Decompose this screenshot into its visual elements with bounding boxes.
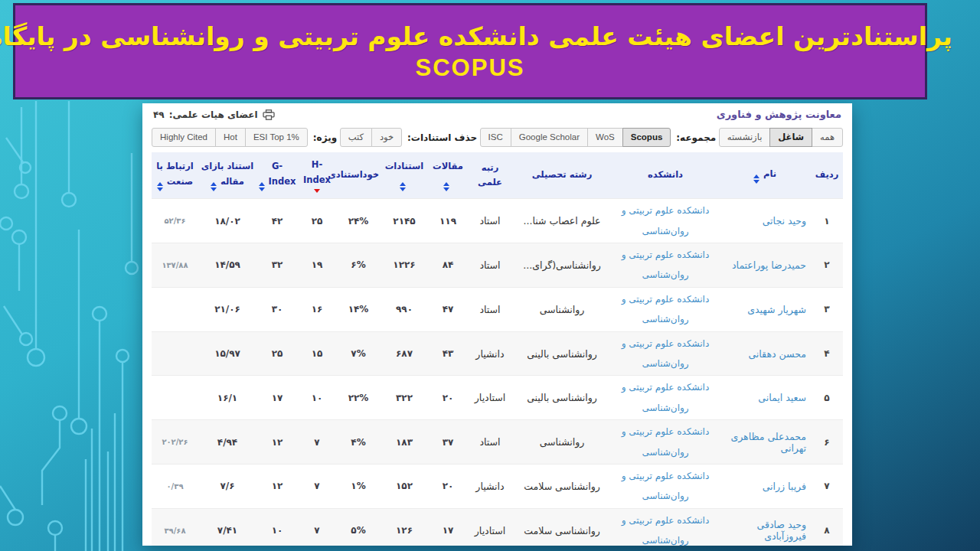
faculty-member-link[interactable]: وحید نجاتی: [763, 215, 806, 227]
cell-papers: ۱۱۹: [428, 199, 468, 243]
cell-field: روانشناسی سلامت: [512, 465, 612, 509]
cell-papers: ۱۷: [428, 508, 468, 546]
cell-citations-per-paper: ۱۸/۰۲: [198, 199, 256, 243]
cell-faculty: دانشکده علوم تربیتی و روان‌شناسی: [612, 287, 719, 331]
col-citations-per-paper[interactable]: استناد بازای مقاله: [198, 152, 256, 199]
cell-h-index: ۷: [298, 508, 336, 546]
cell-industry-relation: [152, 376, 198, 420]
cell-citations-per-paper: ۷/۴۱: [198, 508, 256, 546]
collection-scopus-button[interactable]: Scopus: [622, 128, 671, 147]
filter-bar: همه شاغل بازنشسته مجموعه: Scopus WoS Goo…: [142, 121, 852, 152]
cell-academic-rank: دانشیار: [468, 331, 512, 376]
faculty-member-link[interactable]: فریبا زرانی: [763, 481, 806, 492]
cell-industry-relation: [152, 287, 198, 331]
col-industry-relation[interactable]: ارتباط با صنعت: [152, 152, 198, 199]
faculty-link[interactable]: دانشکده علوم تربیتی و روان‌شناسی: [613, 377, 717, 418]
special-label: ویژه:: [313, 132, 337, 143]
cell-g-index: ۱۷: [256, 376, 298, 420]
cell-name: محسن دهقانی: [719, 331, 811, 376]
cell-h-index: ۷: [298, 420, 336, 465]
exclusion-label: حذف استنادات:: [407, 132, 477, 143]
cell-field: روانشناسی سلامت: [512, 508, 612, 546]
cell-rank-number: ۷: [811, 465, 843, 509]
cell-faculty: دانشکده علوم تربیتی و روان‌شناسی: [612, 508, 719, 546]
faculty-member-link[interactable]: محمدعلی مظاهری تهرانی: [730, 431, 806, 454]
cell-self-citation: ۴%: [336, 420, 381, 465]
filter-employed-button[interactable]: شاغل: [769, 128, 812, 147]
col-rank-number: ردیف: [811, 152, 843, 199]
status-filter-group: همه شاغل بازنشسته: [719, 128, 843, 147]
faculty-link[interactable]: دانشکده علوم تربیتی و روان‌شناسی: [613, 201, 717, 241]
cell-citations-per-paper: ۴/۹۴: [198, 420, 256, 465]
collection-google-scholar-button[interactable]: Google Scholar: [511, 128, 588, 147]
faculty-link[interactable]: دانشکده علوم تربیتی و روان‌شناسی: [613, 334, 717, 374]
faculty-count-value: ۴۹: [153, 109, 165, 120]
cell-name: محمدعلی مظاهری تهرانی: [719, 420, 811, 465]
cell-citations-per-paper: ۷/۶: [198, 465, 256, 509]
sort-descending-icon: [299, 189, 335, 193]
faculty-link[interactable]: دانشکده علوم تربیتی و روان‌شناسی: [613, 422, 717, 462]
faculty-link[interactable]: دانشکده علوم تربیتی و روان‌شناسی: [613, 466, 717, 507]
esi-top1-button[interactable]: ESI Top 1%: [245, 128, 308, 147]
page-title: پراستنادترین اعضای هیئت علمی دانشکده علو…: [0, 21, 952, 51]
cell-citations-per-paper: ۱۶/۱: [198, 376, 256, 420]
faculty-member-link[interactable]: شهریار شهیدی: [747, 304, 806, 315]
cell-academic-rank: استادیار: [468, 376, 512, 420]
cell-g-index: ۳۲: [256, 243, 298, 288]
cell-faculty: دانشکده علوم تربیتی و روان‌شناسی: [612, 376, 719, 420]
cell-industry-relation: ۱۳۷/۸۸: [152, 243, 198, 288]
panel-header-row: معاونت پژوهش و فناوری اعضای هیات علمی: ۴…: [142, 103, 852, 121]
highly-cited-button[interactable]: Highly Cited: [152, 128, 216, 147]
faculty-member-link[interactable]: وحید صادقی فیروزآبادی: [757, 519, 806, 542]
col-self-citation: خوداستنادی: [336, 152, 381, 199]
collection-isc-button[interactable]: ISC: [480, 128, 511, 147]
table-row: ۲ حمیدرضا پوراعتماد دانشکده علوم تربیتی …: [152, 243, 843, 288]
faculty-member-link[interactable]: حمیدرضا پوراعتماد: [732, 259, 806, 271]
cell-citations: ۱۲۶: [381, 508, 428, 546]
exclude-self-button[interactable]: خود: [371, 128, 402, 147]
hot-button[interactable]: Hot: [215, 128, 246, 147]
col-h-index[interactable]: H-Index: [298, 152, 336, 199]
cell-name: فریبا زرانی: [719, 465, 811, 509]
faculty-link[interactable]: دانشکده علوم تربیتی و روان‌شناسی: [613, 510, 717, 546]
faculty-member-link[interactable]: سعید ایمانی: [758, 392, 806, 403]
cell-name: وحید صادقی فیروزآبادی: [719, 508, 811, 546]
col-g-index[interactable]: G-Index: [256, 152, 298, 199]
faculty-link[interactable]: دانشکده علوم تربیتی و روان‌شناسی: [613, 289, 717, 330]
cell-faculty: دانشکده علوم تربیتی و روان‌شناسی: [612, 465, 719, 509]
cell-self-citation: ۱۴%: [336, 287, 381, 331]
cell-papers: ۲۰: [428, 376, 468, 420]
cell-papers: ۴۳: [428, 331, 468, 376]
col-name[interactable]: نام: [719, 152, 811, 199]
cell-field: روانشناسی: [512, 420, 612, 465]
table-row: ۷ فریبا زرانی دانشکده علوم تربیتی و روان…: [152, 465, 843, 509]
filter-retired-button[interactable]: بازنشسته: [719, 128, 771, 147]
cell-name: وحید نجاتی: [719, 199, 811, 243]
cell-citations: ۱۵۲: [381, 465, 428, 509]
col-citations[interactable]: استنادات: [381, 152, 428, 199]
cell-academic-rank: استادیار: [468, 508, 512, 546]
collection-wos-button[interactable]: WoS: [587, 128, 623, 147]
faculty-count: اعضای هیات علمی: ۴۹: [153, 109, 275, 120]
cell-citations-per-paper: ۱۵/۹۷: [198, 331, 256, 376]
cell-rank-number: ۴: [811, 331, 843, 376]
cell-self-citation: ۵%: [336, 508, 381, 546]
cell-rank-number: ۳: [811, 287, 843, 331]
cell-citations: ۲۱۴۵: [381, 199, 428, 243]
cell-self-citation: ۱%: [336, 465, 381, 509]
cell-academic-rank: استاد: [468, 287, 512, 331]
printer-icon[interactable]: [263, 109, 275, 120]
cell-citations: ۱۸۳: [381, 420, 428, 465]
faculty-link[interactable]: دانشکده علوم تربیتی و روان‌شناسی: [613, 245, 717, 285]
col-papers[interactable]: مقالات: [428, 152, 468, 199]
cell-h-index: ۱۰: [298, 376, 336, 420]
exclude-books-button[interactable]: کتب: [340, 128, 372, 147]
cell-industry-relation: [152, 331, 198, 376]
cell-citations: ۹۹۰: [381, 287, 428, 331]
cell-academic-rank: استاد: [468, 420, 512, 465]
cell-rank-number: ۲: [811, 243, 843, 288]
filter-all-button[interactable]: همه: [812, 128, 843, 147]
faculty-count-label: اعضای هیات علمی:: [169, 109, 258, 120]
cell-name: سعید ایمانی: [719, 376, 811, 420]
faculty-member-link[interactable]: محسن دهقانی: [748, 348, 806, 360]
